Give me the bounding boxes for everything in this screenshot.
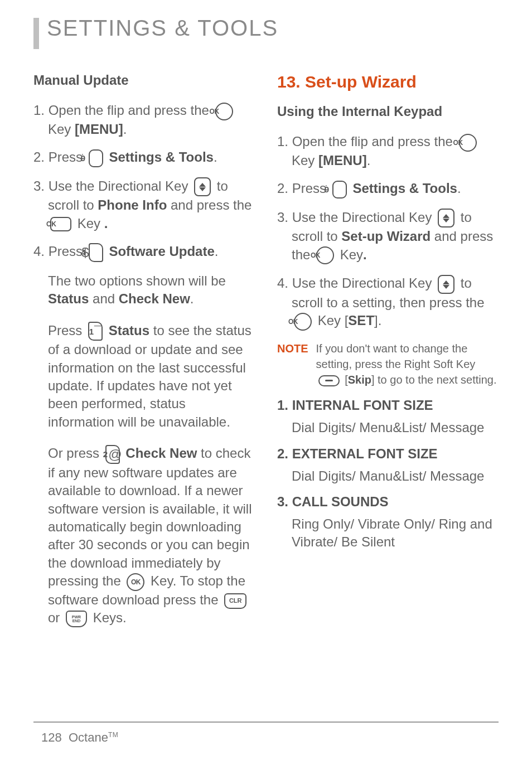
- text: .: [215, 244, 219, 259]
- text: .: [123, 122, 127, 137]
- model-name: Octane: [69, 730, 108, 744]
- text: Keys.: [89, 610, 127, 625]
- note-label: NOTE: [277, 341, 308, 388]
- setting-1-head: 1. INTERNAL FONT SIZE: [277, 398, 499, 413]
- set-label: SET: [348, 313, 374, 328]
- title-accent-bar: [33, 18, 39, 49]
- check-new-label: Check New: [119, 291, 190, 306]
- right-soft-key-icon: [318, 375, 340, 386]
- software-update-label: Software Update: [109, 244, 214, 259]
- internal-keypad-heading: Using the Internal Keypad: [277, 104, 499, 119]
- phone-info-label: Phone Info: [98, 197, 167, 212]
- text: Key: [48, 122, 75, 137]
- right-step-3: 3. Use the Directional Key to scroll to …: [277, 209, 499, 265]
- setting-2-options: Dial Digits/ Manu&List/ Message: [277, 467, 499, 485]
- trademark: TM: [108, 731, 118, 739]
- ok-key-rect-icon: OK: [50, 217, 71, 231]
- text: 3. Use the Directional Key: [277, 210, 436, 225]
- text: Or press: [48, 446, 103, 461]
- manual-page: SETTINGS & TOOLS Manual Update 1. Open t…: [0, 0, 532, 765]
- settings-tools-label: Settings & Tools: [109, 149, 214, 164]
- settings-tools-label: Settings & Tools: [352, 181, 457, 196]
- ok-key-icon: OK: [316, 246, 334, 264]
- setup-wizard-label: Set-up Wizard: [341, 229, 431, 244]
- text: .: [363, 247, 367, 262]
- text: If you don't want to change the setting,…: [316, 342, 476, 370]
- status-label: Status: [109, 323, 149, 338]
- right-step-4: 4. Use the Directional Key to scroll to …: [277, 274, 499, 331]
- text: Key: [292, 153, 318, 168]
- note-block: NOTE If you don't want to change the set…: [277, 341, 499, 388]
- menu-label: [MENU]: [318, 153, 367, 168]
- text: The two options shown will be: [48, 273, 226, 288]
- setup-wizard-section-title: 13. Set-up Wizard: [277, 72, 499, 91]
- page-title: SETTINGS & TOOLS: [47, 17, 278, 39]
- left-step-1: 1. Open the flip and press the OK Key [M…: [33, 101, 255, 138]
- left-para-status: Press 1¯ Status to see the status of a d…: [33, 322, 255, 432]
- text: 2. Press: [277, 181, 330, 196]
- setting-3-options: Ring Only/ Vibrate Only/ Ring and Vibrat…: [277, 515, 499, 551]
- skip-label: Skip: [348, 374, 371, 386]
- setting-3-head: 3. CALL SOUNDS: [277, 494, 499, 510]
- text: Key: [336, 247, 363, 262]
- text: Press: [48, 323, 86, 338]
- text: Key [: [314, 313, 348, 328]
- menu-label: [MENU]: [75, 122, 123, 137]
- text: 1. Open the flip and press the: [33, 103, 213, 118]
- text: .: [214, 149, 217, 164]
- check-new-label: Check New: [125, 446, 197, 461]
- note-body: If you don't want to change the setting,…: [316, 341, 499, 388]
- text: Key: [78, 216, 104, 231]
- setting-2-head: 2. EXTERNAL FONT SIZE: [277, 446, 499, 462]
- ok-key-icon: OK: [294, 313, 312, 331]
- text: or: [48, 610, 64, 625]
- status-label: Status: [48, 291, 89, 306]
- text: ] to go to the next setting.: [371, 374, 497, 386]
- right-step-2: 2. Press 9′ Settings & Tools.: [277, 180, 499, 198]
- ok-key-icon: OK: [215, 103, 233, 120]
- directional-key-icon: [438, 209, 454, 227]
- left-para-checknew: Or press 2@ Check New to check if any ne…: [33, 444, 255, 627]
- left-column: Manual Update 1. Open the flip and press…: [33, 72, 255, 641]
- two-column-layout: Manual Update 1. Open the flip and press…: [33, 72, 499, 641]
- text: and press the: [167, 197, 252, 212]
- directional-key-icon: [438, 275, 454, 294]
- four-key-icon: 4$: [89, 243, 103, 262]
- text: 1. Open the flip and press the: [277, 134, 457, 149]
- text: ].: [374, 313, 381, 328]
- right-column: 13. Set-up Wizard Using the Internal Key…: [277, 72, 499, 641]
- text: 2. Press: [33, 149, 86, 164]
- text: to check if any new software updates are…: [48, 446, 252, 588]
- text: 3. Use the Directional Key: [33, 178, 192, 193]
- nine-key-icon: 9′: [89, 149, 103, 167]
- directional-key-icon: [194, 177, 211, 196]
- left-step-2: 2. Press 9′ Settings & Tools.: [33, 148, 255, 167]
- clr-key-icon: CLR: [224, 593, 246, 609]
- text: and: [89, 291, 118, 306]
- two-key-icon: 2@: [105, 445, 120, 464]
- ok-key-icon: OK: [459, 134, 477, 152]
- page-header: SETTINGS & TOOLS: [33, 17, 499, 49]
- manual-update-heading: Manual Update: [33, 72, 255, 88]
- one-key-icon: 1¯: [88, 322, 103, 341]
- nine-key-icon: 9′: [332, 181, 347, 198]
- text: .: [190, 291, 194, 306]
- setting-1-options: Dial Digits/ Menu&List/ Message: [277, 419, 499, 437]
- page-footer: 128 OctaneTM: [41, 730, 118, 745]
- left-para-options: The two options shown will be Status and…: [33, 272, 255, 308]
- right-step-1: 1. Open the flip and press the OK Key [M…: [277, 133, 499, 170]
- text: 4. Press: [33, 244, 86, 259]
- page-number: 128: [41, 730, 62, 744]
- text: .: [367, 153, 371, 168]
- left-step-4: 4. Press 4$ Software Update.: [33, 243, 255, 262]
- text: to see the status of a download or updat…: [48, 323, 252, 429]
- footer-rule: [33, 722, 499, 723]
- text: .: [104, 216, 108, 231]
- text: .: [457, 181, 461, 196]
- text: 4. Use the Directional Key: [277, 275, 436, 290]
- left-step-3: 3. Use the Directional Key to scroll to …: [33, 177, 255, 233]
- pwr-end-key-icon: PWREND: [66, 611, 87, 627]
- ok-key-icon: OK: [127, 573, 144, 591]
